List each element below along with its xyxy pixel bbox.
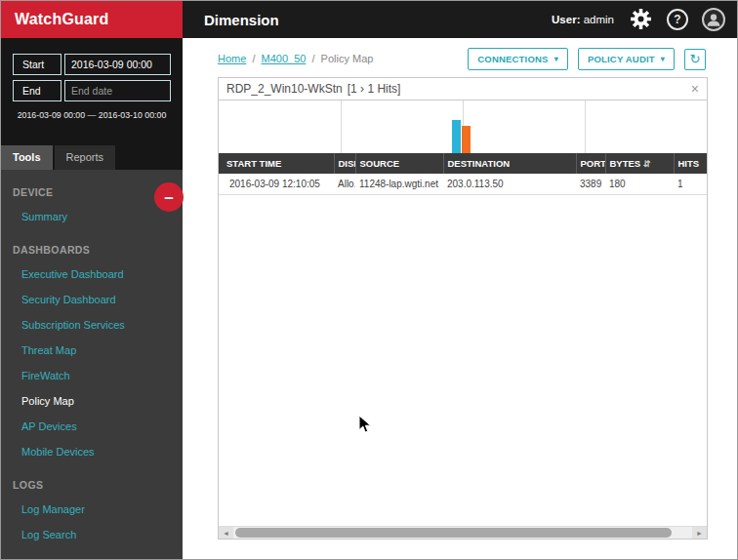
table-row[interactable]: 2016-03-09 12:10:05 Allo... 11248-lap.wg…: [219, 174, 707, 195]
main-content: Home / M400_50 / Policy Map CONNECTIONS …: [183, 38, 737, 559]
sidebar-item-firewatch[interactable]: FireWatch: [1, 363, 183, 388]
policy-map-panel: RDP_2_Win10-WkStn [1 › 1 Hits] × START T…: [218, 77, 708, 540]
brand-text: WatchGuard: [15, 11, 109, 28]
user-label: User:: [552, 14, 580, 25]
tab-reports[interactable]: Reports: [55, 145, 116, 170]
date-range-summary: 2016-03-09 00:00 — 2016-03-10 00:00: [13, 106, 171, 132]
table-header-row: START TIME DISPO SOURCE DESTINATION PORT…: [219, 153, 707, 174]
breadcrumb-current: Policy Map: [321, 53, 374, 64]
sidebar-item-policy-map[interactable]: Policy Map: [1, 388, 183, 414]
sidebar-item-executive-dashboard[interactable]: Executive Dashboard: [1, 261, 183, 287]
account-icon[interactable]: [702, 8, 725, 31]
col-hits[interactable]: HITS: [674, 153, 707, 174]
section-logs: LOGS: [1, 464, 183, 497]
chart-gridline: [585, 100, 586, 153]
start-date-input[interactable]: [64, 54, 171, 75]
cell-bytes: 180: [605, 174, 674, 195]
end-date-input[interactable]: [64, 80, 171, 101]
cell-hits: 1: [674, 174, 707, 195]
help-icon[interactable]: ?: [667, 9, 688, 30]
connections-button[interactable]: CONNECTIONS ▾: [468, 48, 568, 70]
page-toolbar: CONNECTIONS ▾ POLICY AUDIT ▾ ↻: [468, 48, 706, 70]
col-bytes[interactable]: BYTES ⇵: [605, 153, 674, 174]
breadcrumb: Home / M400_50 / Policy Map: [218, 53, 373, 64]
col-start-time[interactable]: START TIME: [219, 153, 334, 174]
panel-title: RDP_2_Win10-WkStn: [226, 82, 343, 96]
panel-hits-badge: [1 › 1 Hits]: [348, 82, 401, 96]
cell-disposition: Allo...: [334, 174, 355, 195]
settings-gear-icon[interactable]: [628, 7, 653, 32]
sidebar-tabs: Tools Reports: [1, 145, 183, 170]
sidebar-item-threat-map[interactable]: Threat Map: [1, 338, 183, 363]
top-bar: WatchGuard Dimension User: admin ?: [1, 1, 737, 38]
refresh-button[interactable]: ↻: [684, 49, 706, 70]
section-dashboards: DASHBOARDS: [1, 229, 183, 261]
sidebar-item-ap-devices[interactable]: AP Devices: [1, 414, 183, 439]
sidebar-item-security-dashboard[interactable]: Security Dashboard: [1, 287, 183, 312]
end-date-label: End: [13, 80, 62, 101]
end-date-row: End: [13, 80, 171, 101]
user-indicator: User: admin: [552, 14, 614, 25]
breadcrumb-separator: /: [311, 53, 314, 64]
mini-bar-chart: [219, 100, 707, 153]
sidebar-item-summary[interactable]: Summary: [1, 204, 183, 229]
col-source[interactable]: SOURCE: [355, 153, 443, 174]
cell-port: 3389: [576, 174, 605, 195]
connections-table: START TIME DISPO SOURCE DESTINATION PORT…: [219, 153, 707, 195]
minus-icon: –: [164, 189, 173, 206]
col-port[interactable]: PORT: [576, 153, 605, 174]
sidebar-item-mobile-devices[interactable]: Mobile Devices: [1, 439, 183, 464]
blue-bar: [452, 120, 461, 153]
scroll-right-arrow[interactable]: ►: [692, 527, 707, 539]
start-date-label: Start: [13, 54, 62, 75]
section-per-client-reports: PER CLIENT REPORTS: [1, 547, 183, 559]
refresh-icon: ↻: [690, 53, 701, 65]
close-icon[interactable]: ×: [691, 82, 699, 96]
col-bytes-label: BYTES: [610, 158, 641, 169]
app-window: { "topbar": { "brand": "WatchGuard", "ti…: [0, 0, 738, 560]
chart-gridline: [341, 100, 342, 153]
policy-audit-button[interactable]: POLICY AUDIT ▾: [578, 48, 675, 70]
horizontal-scrollbar[interactable]: ◄ ►: [219, 526, 707, 539]
sidebar-nav: DEVICE Summary DASHBOARDS Executive Dash…: [1, 170, 183, 559]
chevron-down-icon: ▾: [554, 55, 558, 63]
orange-bar: [462, 126, 471, 153]
cell-start-time: 2016-03-09 12:10:05: [219, 174, 334, 195]
topbar-right: User: admin ?: [552, 7, 737, 32]
tab-tools[interactable]: Tools: [1, 145, 53, 170]
scroll-thumb[interactable]: [235, 528, 672, 538]
breadcrumb-home-link[interactable]: Home: [218, 53, 246, 64]
chevron-down-icon: ▾: [661, 55, 665, 63]
scroll-left-arrow[interactable]: ◄: [219, 527, 233, 539]
user-name: admin: [584, 14, 614, 25]
breadcrumb-device-link[interactable]: M400_50: [262, 53, 307, 64]
sidebar-item-subscription-services[interactable]: Subscription Services: [1, 312, 183, 338]
scroll-track[interactable]: [233, 527, 692, 539]
cell-source: 11248-lap.wgti.net: [355, 174, 443, 195]
col-destination[interactable]: DESTINATION: [443, 153, 576, 174]
policy-audit-button-label: POLICY AUDIT: [588, 54, 655, 64]
breadcrumb-separator: /: [252, 53, 255, 64]
sidebar-collapse-button[interactable]: –: [154, 182, 184, 212]
sidebar: Start End 2016-03-09 00:00 — 2016-03-10 …: [1, 38, 183, 559]
sort-icon: ⇵: [643, 159, 651, 169]
start-date-row: Start: [13, 54, 171, 75]
sidebar-item-log-search[interactable]: Log Search: [1, 522, 183, 547]
col-disposition[interactable]: DISPO: [334, 153, 355, 174]
connections-button-label: CONNECTIONS: [477, 54, 548, 64]
sidebar-item-log-manager[interactable]: Log Manager: [1, 497, 183, 522]
app-title: Dimension: [183, 12, 279, 28]
sidebar-date-filter: Start End 2016-03-09 00:00 — 2016-03-10 …: [1, 38, 183, 170]
watchguard-logo: WatchGuard: [1, 1, 183, 38]
panel-header: RDP_2_Win10-WkStn [1 › 1 Hits] ×: [219, 78, 707, 100]
cell-destination: 203.0.113.50: [443, 174, 576, 195]
